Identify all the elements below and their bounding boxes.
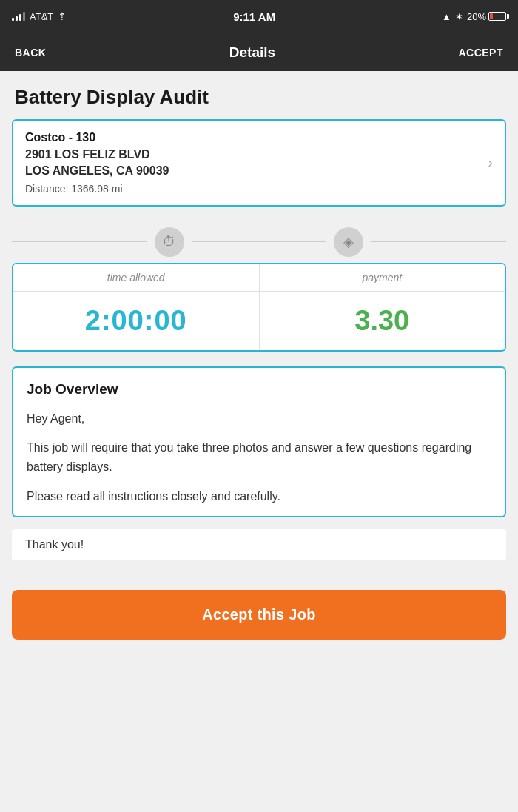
- payment-label: payment: [260, 264, 505, 291]
- signal-bar-3: [19, 14, 21, 21]
- carrier-label: AT&T: [30, 11, 53, 22]
- battery-container: 20%: [467, 11, 506, 22]
- bluetooth-icon: ✶: [455, 11, 463, 22]
- accept-nav-button[interactable]: ACCEPT: [458, 47, 503, 58]
- time-value: 2:00:00: [85, 305, 187, 336]
- clock-icon: ⏱: [155, 227, 184, 257]
- payment-value-cell: 3.30: [260, 292, 505, 350]
- icon-line-middle: [192, 241, 327, 242]
- status-right: ▲ ✶ 20%: [442, 11, 506, 22]
- signal-bars: [12, 12, 25, 21]
- wifi-icon: ⇡: [58, 10, 67, 22]
- chevron-right-icon: ›: [488, 154, 493, 171]
- overview-para2: This job will require that you take thre…: [27, 438, 491, 476]
- nav-title: Details: [229, 44, 275, 61]
- signal-bar-2: [16, 16, 18, 21]
- location-info: Costco - 130 2901 LOS FELIZ BLVD LOS ANG…: [25, 131, 480, 195]
- back-button[interactable]: BACK: [15, 47, 46, 58]
- time-payment-section: time allowed payment 2:00:00 3.30: [12, 263, 506, 352]
- location-name: Costco - 130: [25, 131, 480, 144]
- overview-para3: Please read all instructions closely and…: [27, 487, 491, 506]
- diamond-icon: ◈: [334, 227, 363, 257]
- overview-para1: Hey Agent,: [27, 409, 491, 429]
- nav-bar: BACK Details ACCEPT: [0, 33, 518, 71]
- time-value-cell: 2:00:00: [13, 292, 260, 350]
- location-icon: ▲: [442, 11, 451, 22]
- battery-fill: [490, 13, 493, 19]
- signal-bar-4: [23, 12, 25, 21]
- thank-you-partial: Thank you!: [12, 529, 506, 560]
- tp-header: time allowed payment: [13, 264, 505, 292]
- location-address-line2: LOS ANGELES, CA 90039: [25, 163, 480, 179]
- icon-line-right: [371, 241, 506, 242]
- accept-job-button[interactable]: Accept this Job: [12, 590, 506, 640]
- main-content: Battery Display Audit Costco - 130 2901 …: [0, 71, 518, 585]
- job-title: Battery Display Audit: [12, 86, 506, 109]
- signal-bar-1: [12, 18, 14, 21]
- status-bar: AT&T ⇡ 9:11 AM ▲ ✶ 20%: [0, 0, 518, 33]
- job-overview-card: Job Overview Hey Agent, This job will re…: [12, 366, 506, 517]
- payment-value: 3.30: [354, 305, 409, 336]
- status-left: AT&T ⇡: [12, 10, 67, 22]
- thank-you-text: Thank you!: [25, 538, 84, 551]
- icon-line-left: [12, 241, 147, 242]
- icons-row: ⏱ ◈: [12, 221, 506, 263]
- job-overview-text: Hey Agent, This job will require that yo…: [27, 409, 491, 506]
- location-address-line1: 2901 LOS FELIZ BLVD: [25, 147, 480, 163]
- job-overview-title: Job Overview: [27, 381, 491, 397]
- location-distance: Distance: 1366.98 mi: [25, 183, 480, 195]
- time-allowed-label: time allowed: [13, 264, 260, 291]
- accept-btn-container: Accept this Job: [0, 585, 518, 654]
- tp-values: 2:00:00 3.30: [13, 292, 505, 350]
- battery-icon: [488, 12, 506, 21]
- status-time: 9:11 AM: [233, 10, 275, 23]
- battery-percent: 20%: [467, 11, 486, 22]
- location-card[interactable]: Costco - 130 2901 LOS FELIZ BLVD LOS ANG…: [12, 119, 506, 207]
